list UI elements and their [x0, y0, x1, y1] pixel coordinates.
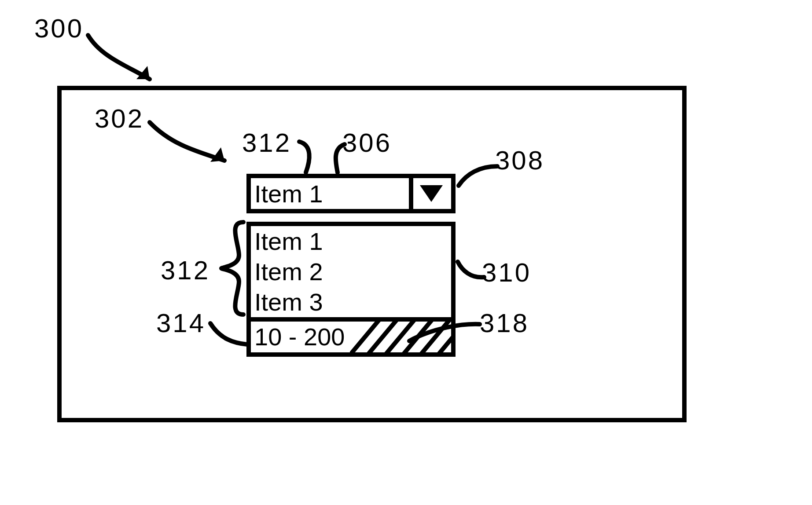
lead-line-icon — [328, 141, 352, 176]
dropdown-button[interactable] — [409, 178, 451, 209]
ref-label-308: 308 — [495, 145, 544, 176]
list-item[interactable]: Item 1 — [251, 226, 451, 256]
ref-label-314: 314 — [156, 308, 206, 338]
ref-label-300: 300 — [34, 13, 84, 44]
list-item[interactable]: Item 3 — [251, 287, 451, 317]
lead-line-icon — [207, 319, 251, 350]
value-item-text: 10 - 200 — [251, 322, 451, 352]
lead-line-icon — [295, 136, 326, 176]
ref-label-312-top: 312 — [242, 128, 291, 158]
diagram-canvas: Item 1 Item 1 Item 2 Item 3 — [0, 0, 812, 505]
ref-label-310: 310 — [482, 257, 531, 288]
lead-line-icon — [453, 257, 489, 284]
lead-line-icon — [453, 163, 502, 189]
lead-arrow-icon — [145, 114, 238, 172]
ref-label-312-list: 312 — [161, 255, 210, 285]
ref-label-302: 302 — [95, 103, 144, 134]
list-item[interactable]: Item 2 — [251, 256, 451, 287]
chevron-down-icon — [420, 185, 443, 202]
dropdown-list[interactable]: Item 1 Item 2 Item 3 — [246, 222, 456, 357]
lead-arrow-icon — [84, 26, 163, 92]
value-item[interactable]: 10 - 200 — [251, 317, 451, 357]
combobox[interactable]: Item 1 — [246, 174, 456, 213]
ref-label-318: 318 — [480, 308, 529, 338]
